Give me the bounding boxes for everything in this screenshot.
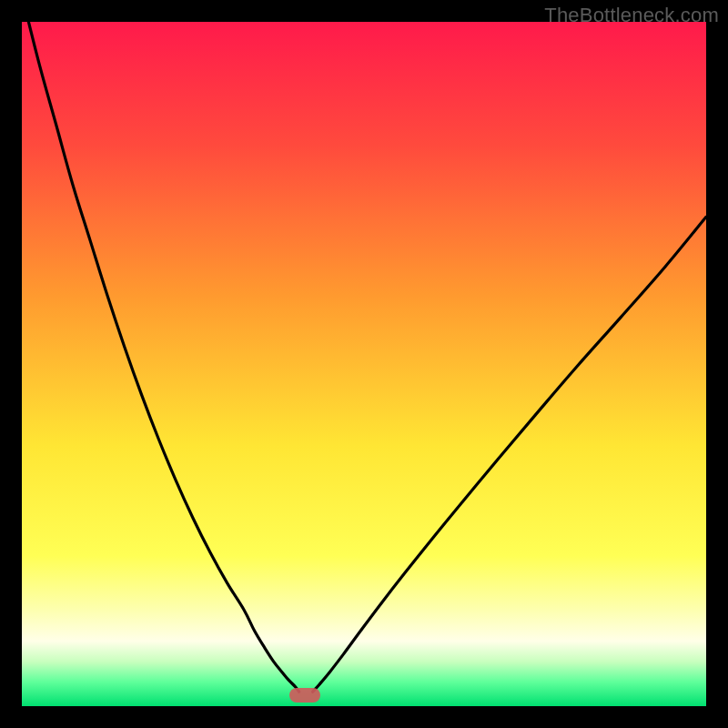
chart-frame xyxy=(22,22,706,706)
bottleneck-chart xyxy=(22,22,706,706)
minimum-marker xyxy=(289,688,320,703)
gradient-background xyxy=(22,22,706,706)
watermark-text: TheBottleneck.com xyxy=(544,4,719,27)
